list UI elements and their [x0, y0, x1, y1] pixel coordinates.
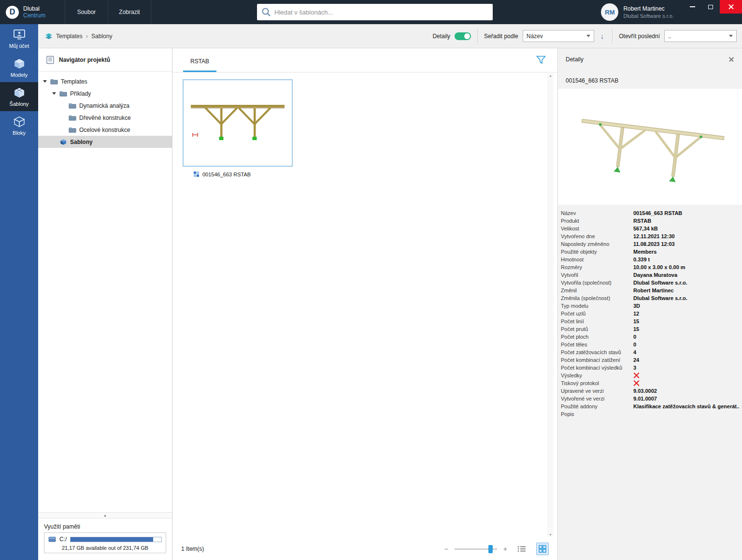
folder-icon [59, 90, 67, 97]
property-label: Hmotnost [561, 257, 633, 262]
template-browser: RSTAB [172, 48, 557, 560]
breadcrumb-separator-icon: › [86, 32, 88, 40]
tree-item[interactable]: Příklady [38, 87, 172, 100]
property-value: Members [633, 249, 739, 255]
grid-view-button[interactable] [536, 543, 549, 555]
breadcrumb: Templates › Sablony [38, 32, 112, 40]
property-row: Vytvořila (společnost) Dlubal Software s… [561, 279, 739, 287]
memory-usage-text: 21,17 GB available out of 231,74 GB [48, 545, 162, 551]
blocks-cube-icon [13, 116, 26, 128]
property-value: 0 [633, 334, 739, 340]
property-label: Počet zatěžovacích stavů [561, 349, 633, 355]
property-value: Klasifikace zatěžovacích stavů & generát… [633, 403, 739, 409]
scroll-down-icon[interactable]: ▾ [549, 532, 551, 537]
property-row: Počet těles 0 [561, 341, 739, 348]
item-count: 1 Item(s) [181, 546, 204, 552]
sort-select[interactable]: Název [523, 30, 594, 42]
navigator-title: Navigátor projektů [59, 57, 110, 63]
property-label: Počet ploch [561, 334, 633, 340]
property-row: Výsledky [561, 372, 739, 379]
search-input[interactable] [274, 9, 489, 16]
property-row: Počet uzlů 12 [561, 310, 739, 317]
tree-item-label: Ocelové konstrukce [79, 127, 130, 133]
sidebar-item[interactable]: Šablony [0, 82, 38, 111]
filter-button[interactable] [536, 56, 546, 66]
sidebar-item[interactable]: Bloky [0, 111, 38, 140]
sidebar-item-label: Můj účet [9, 43, 29, 49]
breadcrumb-templates[interactable]: Templates [56, 33, 83, 40]
property-label: Upravené ve verzi [561, 388, 633, 394]
sidebar-item[interactable]: Můj účet [0, 24, 38, 53]
property-row: Rozměry 10.00 x 3.00 x 0.00 m [561, 263, 739, 271]
property-row: Použité addony Klasifikace zatěžovacích … [561, 402, 739, 410]
maximize-button[interactable] [701, 0, 720, 14]
property-value: Dlubal Software s.r.o. [633, 295, 739, 301]
template-card-label: 001546_663 RSTAB [202, 172, 251, 177]
navigator-splitter[interactable]: ▴ [38, 512, 172, 518]
property-label: Rozměry [561, 264, 633, 270]
toolbar-separator [477, 29, 478, 43]
property-value: 001546_663 RSTAB [633, 210, 739, 216]
property-row: Tiskový protokol [561, 379, 739, 387]
open-recent-value: .. [668, 33, 671, 40]
model-preview [558, 89, 742, 205]
structure-preview-3d [567, 94, 733, 200]
red-x-icon [633, 380, 640, 387]
property-row: Upravené ve verzi 9.03.0002 [561, 387, 739, 395]
vertical-scrollbar[interactable]: ▴ ▾ [547, 73, 554, 537]
property-value: RSTAB [633, 218, 739, 224]
property-label: Typ modelu [561, 303, 633, 309]
tree-item[interactable]: Ocelové konstrukce [38, 124, 172, 136]
expander-icon[interactable] [43, 80, 47, 83]
scroll-up-icon[interactable]: ▴ [549, 73, 551, 78]
zoom-in-button[interactable]: + [503, 545, 507, 553]
property-label: Naposledy změněno [561, 241, 633, 247]
minimize-button[interactable] [683, 0, 701, 14]
open-recent-select[interactable]: .. [664, 30, 737, 42]
property-row: Typ modelu 3D [561, 302, 739, 310]
sidebar-item-label: Bloky [13, 130, 26, 136]
property-label: Změnila (společnost) [561, 295, 633, 301]
toolbar-separator [612, 29, 613, 43]
tree-item[interactable]: Sablony [38, 136, 172, 148]
drive-icon [48, 536, 56, 543]
details-toggle[interactable] [455, 32, 471, 40]
tab-rstab[interactable]: RSTAB [183, 58, 216, 72]
breadcrumb-sablony[interactable]: Sablony [91, 33, 112, 40]
property-label: Vytvořené ve verzi [561, 396, 633, 402]
tree-item[interactable]: Templates [38, 75, 172, 87]
search-box[interactable] [257, 4, 493, 20]
menu-soubor[interactable]: Soubor [65, 0, 108, 24]
property-label: Velikost [561, 226, 633, 231]
property-label: Popis [561, 411, 633, 417]
property-value: 15 [633, 326, 739, 332]
zoom-slider[interactable] [455, 548, 497, 550]
minimize-icon [690, 6, 695, 7]
property-row: Název 001546_663 RSTAB [561, 209, 739, 217]
user-company: Dlubal Software s.r.o. [623, 13, 674, 19]
menu-zobrazit[interactable]: Zobrazit [108, 0, 151, 24]
search-icon [261, 7, 271, 17]
tree-item[interactable]: Dřevěné konstrukce [38, 112, 172, 124]
sort-direction-button[interactable]: ↓ [599, 32, 606, 40]
user-area[interactable]: RM Robert Martinec Dlubal Software s.r.o… [601, 0, 674, 24]
template-card[interactable]: 001546_663 RSTAB [183, 79, 293, 177]
property-value: 10.00 x 3.00 x 0.00 m [633, 264, 739, 270]
avatar[interactable]: RM [601, 3, 618, 21]
zoom-out-button[interactable]: − [444, 545, 448, 553]
sidebar-item[interactable]: Modely [0, 53, 38, 82]
close-button[interactable] [720, 0, 742, 14]
project-navigator: Navigátor projektů Templates [38, 48, 172, 560]
maximize-icon [708, 5, 713, 9]
tree-item[interactable]: Dynamická analýza [38, 100, 172, 112]
property-label: Počet prutů [561, 326, 633, 332]
folder-icon [69, 102, 76, 109]
property-label: Název [561, 210, 633, 216]
filter-funnel-icon [536, 56, 546, 64]
zoom-slider-handle[interactable] [488, 545, 493, 553]
list-view-button[interactable] [515, 543, 528, 555]
property-value: Dayana Muratova [633, 272, 739, 278]
expander-icon[interactable] [52, 92, 56, 95]
details-close-icon[interactable] [728, 57, 734, 62]
property-label: Vytvořeno dne [561, 233, 633, 239]
